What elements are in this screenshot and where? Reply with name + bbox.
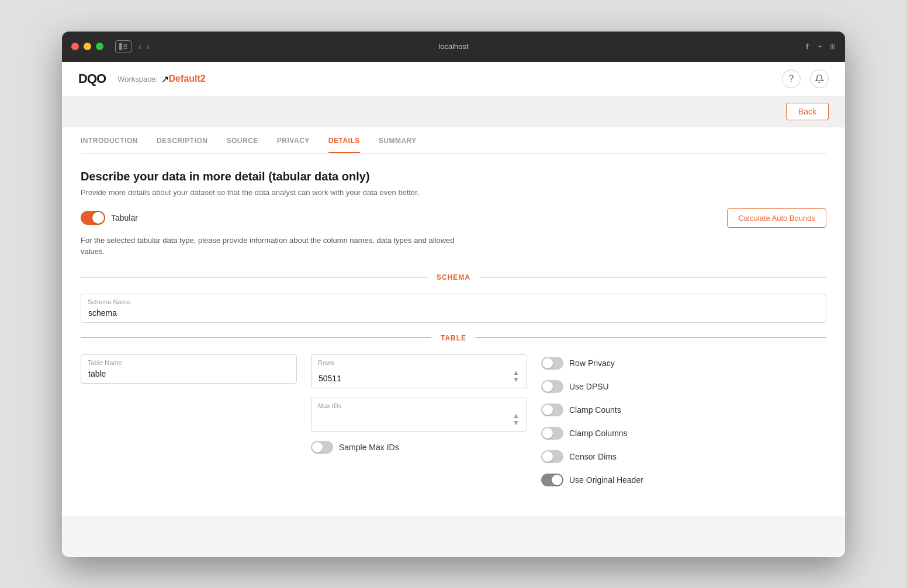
table-middle-column: Rows 50511 ▲ ▼ Max IDs	[311, 354, 527, 464]
titlebar: ‹ › localhost ⬆ + ⊞	[62, 32, 845, 62]
nav-tabs: INTRODUCTION DESCRIPTION SOURCE PRIVACY …	[81, 127, 826, 154]
use-dpsu-knob	[542, 381, 553, 392]
calculate-auto-bounds-button[interactable]: Calculate Auto Bounds	[727, 208, 826, 228]
clamp-counts-knob	[542, 405, 553, 415]
use-dpsu-toggle[interactable]	[541, 380, 563, 393]
sample-max-ids-row: Sample Max IDs	[311, 441, 527, 454]
rows-field: Rows 50511 ▲ ▼	[311, 354, 527, 388]
censor-dims-knob	[542, 451, 553, 462]
header-right: ?	[782, 69, 829, 88]
table-right-column: Row Privacy Use DPSU Clamp Counts	[541, 354, 826, 497]
schema-name-label: Schema Name	[88, 298, 130, 305]
clamp-columns-label: Clamp Columns	[569, 429, 628, 438]
back-button[interactable]: Back	[786, 103, 829, 120]
tab-introduction[interactable]: INTRODUCTION	[81, 127, 138, 153]
tab-details[interactable]: DETAILS	[328, 127, 360, 153]
row-privacy-toggle[interactable]	[541, 357, 563, 370]
clamp-columns-row: Clamp Columns	[541, 427, 826, 440]
tabular-toggle-knob	[92, 212, 104, 224]
back-nav-arrow[interactable]: ‹	[139, 41, 141, 52]
workspace-label: Workspace:	[117, 75, 157, 83]
tab-privacy[interactable]: PRIVACY	[277, 127, 310, 153]
censor-dims-toggle[interactable]	[541, 450, 563, 463]
row-privacy-row: Row Privacy	[541, 357, 826, 370]
max-ids-select[interactable]: ▲ ▼	[311, 398, 527, 432]
max-ids-label: Max IDs	[318, 402, 341, 409]
tabular-toggle-row: Tabular Calculate Auto Bounds	[81, 208, 826, 228]
use-dpsu-row: Use DPSU	[541, 380, 826, 393]
clamp-counts-row: Clamp Counts	[541, 403, 826, 416]
page-subtitle: Provide more details about your dataset …	[81, 188, 826, 197]
censor-dims-label: Censor Dims	[569, 452, 617, 461]
workspace-name[interactable]: Default2	[169, 74, 206, 84]
use-original-header-knob	[552, 475, 562, 485]
svg-rect-3	[123, 48, 127, 49]
clamp-columns-toggle[interactable]	[541, 427, 563, 440]
rows-select[interactable]: 50511 ▲ ▼	[311, 354, 527, 388]
traffic-lights	[71, 43, 103, 50]
titlebar-nav: ‹ ›	[139, 41, 150, 52]
rows-label: Rows	[318, 359, 334, 366]
use-original-header-row: Use Original Header	[541, 474, 826, 486]
tab-source[interactable]: SOURCE	[227, 127, 258, 153]
toggle-left: Tabular	[81, 211, 138, 225]
row-privacy-knob	[542, 358, 553, 368]
window-title: localhost	[438, 42, 468, 51]
svg-rect-1	[123, 44, 127, 46]
schema-header-text: SCHEMA	[427, 273, 480, 281]
row-privacy-label: Row Privacy	[569, 359, 615, 368]
app-header: DQO Workspace: ↗ Default2 ?	[62, 62, 845, 97]
forward-nav-arrow[interactable]: ›	[146, 41, 149, 52]
maximize-button[interactable]	[96, 43, 103, 50]
minimize-button[interactable]	[84, 43, 91, 50]
sample-max-ids-knob	[312, 442, 323, 453]
logo: DQO	[78, 71, 106, 86]
grid-icon[interactable]: ⊞	[829, 42, 836, 51]
notification-icon[interactable]	[810, 69, 829, 88]
rows-value: 50511	[319, 374, 341, 383]
workspace-arrow-icon: ↗	[161, 74, 169, 85]
svg-rect-0	[119, 43, 122, 50]
tab-summary[interactable]: SUMMARY	[379, 127, 417, 153]
use-original-header-toggle[interactable]	[541, 474, 563, 486]
tabular-description: For the selected tabular data type, plea…	[81, 235, 455, 258]
schema-name-field: Schema Name	[81, 294, 826, 323]
table-section-header: TABLE	[81, 332, 826, 343]
table-left-column: Table Name	[81, 354, 297, 393]
max-ids-field: Max IDs ▲ ▼	[311, 398, 527, 432]
schema-section-header: SCHEMA	[81, 272, 826, 282]
table-name-label: Table Name	[88, 359, 122, 366]
tab-description[interactable]: DESCRIPTION	[157, 127, 208, 153]
sample-max-ids-label: Sample Max IDs	[339, 443, 399, 452]
help-icon[interactable]: ?	[782, 69, 801, 88]
table-name-field: Table Name	[81, 354, 297, 384]
use-original-header-label: Use Original Header	[569, 475, 643, 485]
sub-header: Back	[62, 97, 845, 127]
schema-name-input[interactable]	[81, 294, 826, 323]
titlebar-right: ⬆ + ⊞	[804, 42, 836, 51]
sidebar-toggle-icon[interactable]	[115, 40, 131, 53]
svg-rect-2	[123, 46, 127, 47]
close-button[interactable]	[71, 43, 79, 50]
schema-section: SCHEMA Schema Name	[81, 272, 826, 323]
clamp-counts-toggle[interactable]	[541, 403, 563, 416]
table-section: TABLE Table Name Rows 50511	[81, 332, 826, 497]
page-title: Describe your data in more detail (tabul…	[81, 170, 826, 183]
use-dpsu-label: Use DPSU	[569, 382, 609, 391]
app-window: ‹ › localhost ⬆ + ⊞ DQO Workspace: ↗ Def…	[62, 32, 845, 557]
table-header-text: TABLE	[431, 334, 476, 342]
clamp-counts-label: Clamp Counts	[569, 405, 621, 415]
tabular-toggle[interactable]	[81, 211, 105, 225]
table-content: Table Name Rows 50511 ▲ ▼	[81, 354, 826, 497]
sample-max-ids-toggle[interactable]	[311, 441, 333, 454]
max-ids-stepper-icon: ▲ ▼	[513, 412, 520, 426]
share-icon[interactable]: ⬆	[804, 42, 811, 51]
add-tab-icon[interactable]: +	[818, 42, 822, 51]
main-content: INTRODUCTION DESCRIPTION SOURCE PRIVACY …	[62, 127, 845, 516]
titlebar-icons	[115, 40, 131, 53]
tabular-toggle-label: Tabular	[111, 213, 138, 222]
rows-stepper-icon: ▲ ▼	[513, 369, 520, 383]
censor-dims-row: Censor Dims	[541, 450, 826, 463]
clamp-columns-knob	[542, 428, 553, 439]
